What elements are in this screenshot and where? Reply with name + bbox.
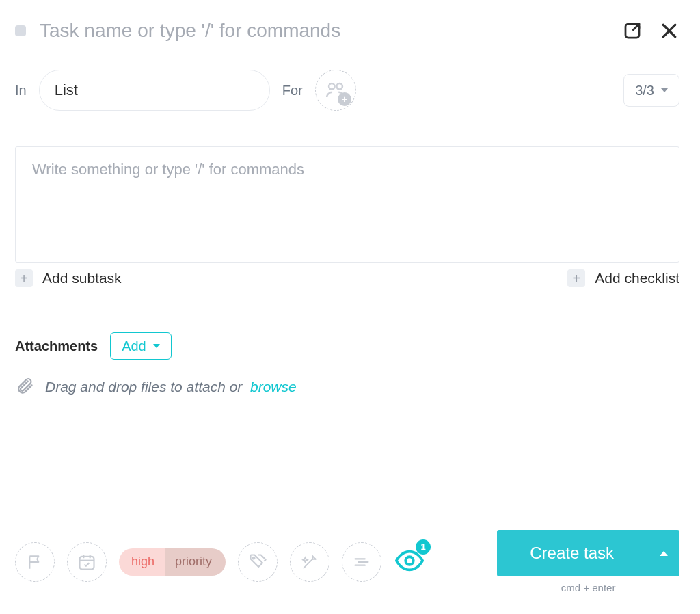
svg-point-2: [336, 83, 342, 89]
watchers-button[interactable]: 1: [394, 545, 425, 579]
automations-button[interactable]: [290, 542, 329, 582]
fields-button[interactable]: [342, 542, 381, 582]
add-subtask-button[interactable]: + Add subtask: [15, 269, 122, 287]
priority-text-label: priority: [165, 548, 226, 576]
assignee-picker[interactable]: +: [315, 70, 356, 111]
add-subtask-label: Add subtask: [42, 270, 122, 286]
watchers-count: 1: [416, 539, 431, 555]
task-name-input[interactable]: [38, 19, 610, 42]
add-attachment-button[interactable]: Add: [110, 332, 172, 360]
add-attachment-label: Add: [122, 338, 146, 354]
add-checklist-button[interactable]: + Add checklist: [567, 269, 679, 287]
expand-icon[interactable]: [622, 21, 643, 41]
svg-point-1: [329, 83, 335, 89]
svg-point-4: [253, 557, 255, 559]
browse-link[interactable]: browse: [250, 379, 297, 395]
tags-button[interactable]: [238, 542, 278, 582]
status-icon[interactable]: [15, 25, 26, 36]
shortcut-hint: cmd + enter: [561, 582, 616, 593]
plus-icon: +: [567, 269, 585, 287]
flag-button[interactable]: [15, 542, 55, 582]
chevron-down-icon: [153, 344, 160, 348]
assignee-plus-icon: +: [338, 92, 351, 106]
close-icon[interactable]: [659, 21, 679, 41]
priority-high-label: high: [119, 548, 167, 576]
chevron-up-icon: [660, 551, 668, 556]
list-value: List: [55, 81, 78, 99]
drop-hint: Drag and drop files to attach or browse: [45, 379, 297, 395]
description-input[interactable]: [15, 146, 679, 263]
in-label: In: [15, 83, 27, 98]
for-label: For: [282, 83, 303, 98]
visibility-counter[interactable]: 3/3: [623, 74, 679, 107]
plus-icon: +: [15, 269, 33, 287]
priority-chip[interactable]: high priority: [119, 548, 226, 576]
attachments-title: Attachments: [15, 338, 98, 354]
list-picker[interactable]: List: [39, 70, 270, 111]
paperclip-icon: [15, 376, 34, 398]
chevron-down-icon: [661, 88, 668, 92]
add-checklist-label: Add checklist: [595, 270, 679, 286]
counter-value: 3/3: [635, 83, 654, 98]
svg-point-5: [405, 557, 414, 565]
create-task-button[interactable]: Create task: [497, 530, 647, 576]
date-button[interactable]: [67, 542, 107, 582]
svg-rect-3: [80, 556, 94, 569]
create-task-options-button[interactable]: [647, 530, 679, 576]
